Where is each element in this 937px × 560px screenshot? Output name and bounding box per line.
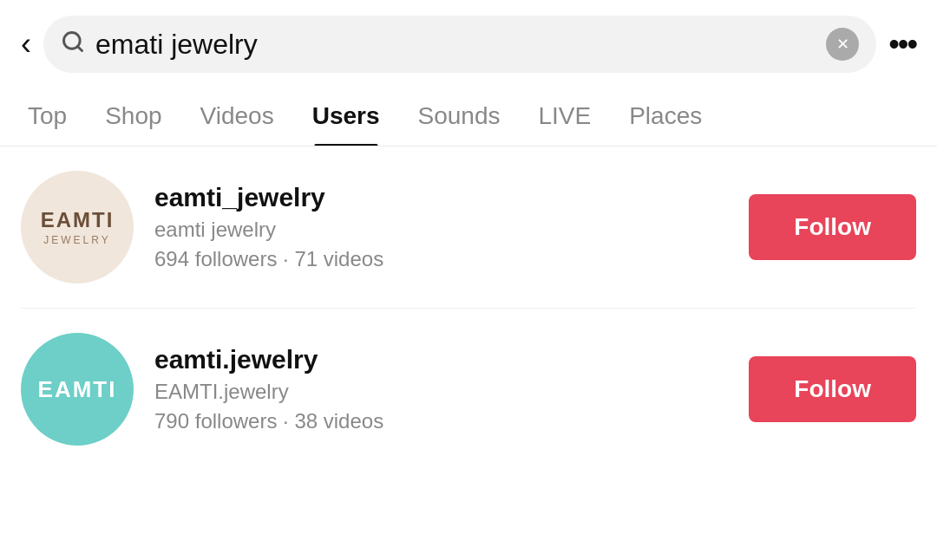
tab-sounds[interactable]: Sounds: [399, 87, 520, 146]
user-handle: eamti.jewelry: [154, 345, 728, 374]
back-button[interactable]: ‹: [21, 29, 31, 60]
header: ‹ emati jewelry •••: [0, 0, 937, 87]
tab-places[interactable]: Places: [610, 87, 721, 146]
user-handle: eamti_jewelry: [154, 183, 728, 212]
user-stats: 790 followers · 38 videos: [154, 409, 728, 433]
svg-line-1: [77, 46, 82, 50]
user-display-name: EAMTI.jewelry: [154, 380, 728, 404]
user-display-name: eamti jewelry: [154, 218, 728, 242]
more-button[interactable]: •••: [888, 26, 916, 62]
user-stats: 694 followers · 71 videos: [154, 247, 728, 271]
tab-shop[interactable]: Shop: [86, 87, 180, 146]
avatar-text: EAMTI: [38, 376, 117, 403]
avatar-text-line2: JEWELRY: [43, 234, 110, 246]
list-item: EAMTI JEWELRY eamti_jewelry eamti jewelr…: [21, 147, 916, 309]
tab-live[interactable]: LIVE: [519, 87, 610, 146]
tab-top[interactable]: Top: [9, 87, 86, 146]
tab-videos[interactable]: Videos: [181, 87, 293, 146]
list-item: EAMTI eamti.jewelry EAMTI.jewelry 790 fo…: [21, 309, 916, 470]
avatar: EAMTI: [21, 333, 134, 446]
user-list: EAMTI JEWELRY eamti_jewelry eamti jewelr…: [0, 147, 937, 470]
user-info: eamti.jewelry EAMTI.jewelry 790 follower…: [154, 345, 728, 433]
clear-button[interactable]: [826, 28, 859, 61]
follow-button[interactable]: Follow: [749, 194, 916, 260]
search-icon: [61, 29, 85, 60]
search-input[interactable]: emati jewelry: [95, 29, 816, 61]
user-info: eamti_jewelry eamti jewelry 694 follower…: [154, 183, 728, 271]
avatar-text-line1: EAMTI: [41, 208, 115, 232]
tabs-bar: Top Shop Videos Users Sounds LIVE Places: [0, 87, 937, 147]
avatar: EAMTI JEWELRY: [21, 171, 134, 283]
follow-button[interactable]: Follow: [749, 356, 916, 422]
search-bar: emati jewelry: [43, 16, 876, 73]
tab-users[interactable]: Users: [293, 87, 399, 146]
